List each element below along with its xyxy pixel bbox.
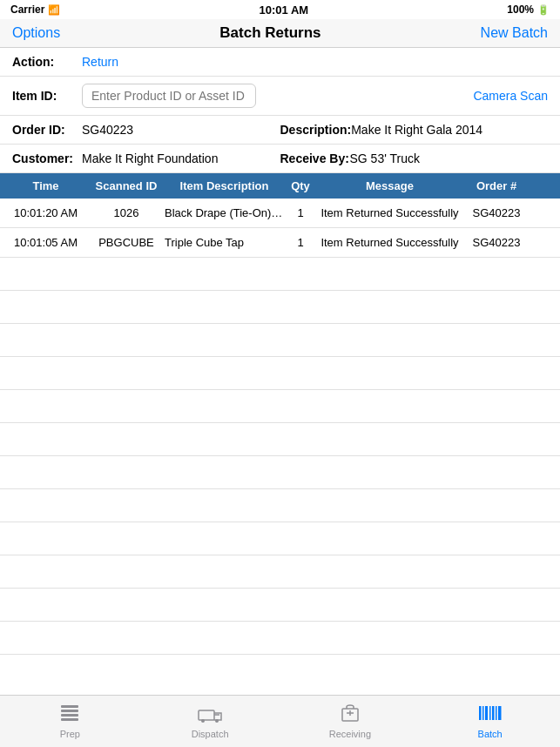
item-id-input[interactable] [82, 84, 256, 108]
tab-bar: Prep Dispatch Receiving [0, 695, 560, 747]
batch-icon [477, 703, 503, 726]
tab-receiving[interactable]: Receiving [280, 703, 421, 739]
table-row: 10:01:05 AM PBGCUBE Triple Cube Tap 1 It… [0, 228, 560, 258]
status-left: Carrier 📶 [10, 3, 60, 16]
cell-desc: Triple Cube Tap [161, 236, 287, 249]
empty-row [0, 390, 560, 423]
desc-col: Description: Make It Right Gala 2014 [280, 123, 549, 137]
order-id-value: SG40223 [82, 123, 280, 137]
time-label: 10:01 AM [260, 3, 309, 17]
empty-row [0, 324, 560, 357]
options-button[interactable]: Options [12, 25, 60, 41]
item-id-row: Item ID: Camera Scan [0, 77, 560, 116]
empty-row [0, 489, 560, 522]
description-value: Make It Right Gala 2014 [351, 123, 548, 137]
order-desc-row: Order ID: SG40223 Description: Make It R… [0, 116, 560, 145]
svg-rect-11 [489, 706, 491, 720]
svg-rect-0 [61, 705, 78, 708]
table: Time Scanned ID Item Description Qty Mes… [0, 173, 560, 655]
action-value[interactable]: Return [82, 55, 548, 69]
cell-qty: 1 [287, 206, 314, 219]
empty-row [0, 456, 560, 489]
svg-rect-8 [479, 706, 482, 720]
svg-rect-2 [61, 714, 78, 717]
carrier-label: Carrier [10, 3, 44, 16]
wifi-icon: 📶 [48, 4, 60, 16]
customer-value: Make It Right Foundation [82, 151, 280, 165]
tab-batch-label: Batch [478, 729, 503, 739]
receiving-icon [339, 703, 361, 726]
camera-scan-button[interactable]: Camera Scan [473, 89, 548, 103]
svg-rect-12 [492, 706, 495, 720]
col-qty: Qty [287, 179, 314, 192]
empty-row [0, 258, 560, 291]
col-scanned: Scanned ID [91, 179, 161, 192]
customer-receive-row: Customer: Make It Right Foundation Recei… [0, 145, 560, 173]
dispatch-icon [197, 703, 223, 726]
svg-rect-1 [61, 710, 78, 712]
receive-by-label: Receive By: [280, 151, 350, 165]
new-batch-button[interactable]: New Batch [481, 25, 548, 41]
svg-rect-3 [61, 718, 78, 721]
svg-rect-14 [498, 706, 502, 720]
empty-row [0, 522, 560, 555]
cell-order: SG40223 [466, 206, 527, 219]
nav-bar: Options Batch Returns New Batch [0, 19, 560, 48]
cell-message: Item Returned Successfully [314, 206, 466, 219]
svg-point-5 [201, 719, 205, 723]
cell-qty: 1 [287, 236, 314, 249]
receive-by-value: SG 53' Truck [350, 151, 549, 165]
receive-by-col: Receive By: SG 53' Truck [280, 151, 549, 165]
status-bar: Carrier 📶 10:01 AM 100% 🔋 [0, 0, 560, 19]
tab-prep[interactable]: Prep [0, 703, 140, 739]
tab-prep-label: Prep [60, 729, 80, 739]
battery-icon: 🔋 [537, 4, 550, 16]
col-time: Time [0, 179, 91, 192]
order-col: Order ID: SG40223 [12, 123, 280, 137]
svg-rect-13 [496, 706, 497, 720]
empty-row [0, 589, 560, 622]
battery-label: 100% [507, 3, 534, 16]
col-desc: Item Description [161, 179, 287, 192]
empty-row [0, 622, 560, 655]
customer-label: Customer: [12, 151, 82, 165]
svg-rect-9 [482, 706, 484, 720]
form-section: Action: Return Item ID: Camera Scan Orde… [0, 48, 560, 173]
action-label: Action: [12, 55, 82, 69]
empty-row [0, 555, 560, 589]
empty-row [0, 291, 560, 324]
empty-row [0, 423, 560, 456]
cell-message: Item Returned Successfully [314, 236, 466, 249]
svg-point-6 [215, 719, 219, 723]
order-id-label: Order ID: [12, 123, 82, 137]
svg-rect-10 [485, 706, 488, 720]
cell-desc: Black Drape (Tie-On) -... [161, 206, 287, 219]
prep-icon [58, 703, 81, 726]
status-right: 100% 🔋 [507, 3, 550, 16]
table-row: 10:01:20 AM 1026 Black Drape (Tie-On) -.… [0, 199, 560, 228]
action-row: Action: Return [0, 48, 560, 77]
table-body: 10:01:20 AM 1026 Black Drape (Tie-On) -.… [0, 199, 560, 655]
cell-scanned: 1026 [91, 206, 161, 219]
empty-row [0, 357, 560, 390]
tab-receiving-label: Receiving [329, 729, 371, 739]
tab-dispatch-label: Dispatch [192, 729, 229, 739]
svg-rect-4 [199, 710, 214, 720]
nav-title: Batch Returns [219, 24, 320, 42]
col-message: Message [314, 179, 466, 192]
cell-scanned: PBGCUBE [91, 236, 161, 249]
table-header: Time Scanned ID Item Description Qty Mes… [0, 173, 560, 199]
description-label: Description: [280, 123, 352, 137]
content-area: Action: Return Item ID: Camera Scan Orde… [0, 48, 560, 680]
tab-batch[interactable]: Batch [420, 703, 560, 739]
col-order: Order # [466, 179, 527, 192]
item-id-label: Item ID: [12, 89, 82, 103]
cell-time: 10:01:05 AM [0, 236, 91, 249]
customer-col: Customer: Make It Right Foundation [12, 151, 280, 165]
cell-time: 10:01:20 AM [0, 206, 91, 219]
cell-order: SG40223 [466, 236, 527, 249]
tab-dispatch[interactable]: Dispatch [140, 703, 280, 739]
